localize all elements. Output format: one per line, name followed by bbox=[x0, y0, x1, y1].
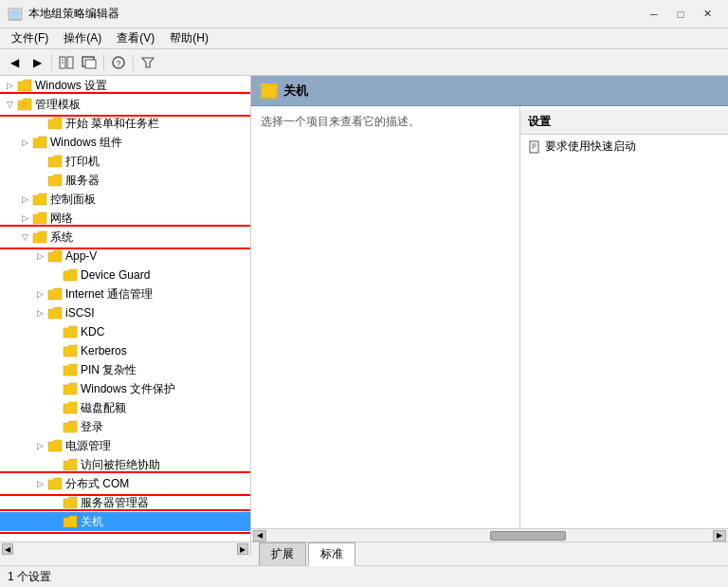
folder-icon-start-menu bbox=[47, 117, 63, 130]
toolbar-sep-1 bbox=[51, 54, 52, 71]
expand-admin-templates[interactable]: ▽ bbox=[2, 97, 17, 112]
minimize-button[interactable]: ─ bbox=[641, 5, 667, 24]
new-window-button[interactable] bbox=[79, 52, 100, 73]
tree-label-windows-settings: Windows 设置 bbox=[35, 78, 107, 94]
right-panel-title: 关机 bbox=[283, 83, 308, 100]
svg-marker-11 bbox=[142, 58, 154, 67]
tree-item-system[interactable]: ▽ 系统 bbox=[0, 228, 250, 247]
folder-icon-windows-settings bbox=[17, 79, 32, 92]
folder-icon-network bbox=[32, 211, 47, 225]
tree-item-network[interactable]: ▷ 网络 bbox=[0, 209, 250, 228]
hscroll-left-btn[interactable]: ◀ bbox=[253, 530, 266, 541]
tree-item-disk-quota[interactable]: 磁盘配额 bbox=[0, 398, 250, 417]
left-hscroll-bar[interactable]: ◀ ▶ bbox=[0, 542, 251, 556]
tree-label-windows-file-protect: Windows 文件保护 bbox=[81, 381, 175, 397]
tree-item-pin-complexity[interactable]: PIN 复杂性 bbox=[0, 360, 250, 379]
tree-item-kerberos[interactable]: Kerberos bbox=[0, 341, 250, 360]
folder-icon-admin-templates bbox=[17, 98, 32, 111]
tree-item-iscsi[interactable]: ▷ iSCSI bbox=[0, 303, 250, 322]
left-hscroll-right-btn[interactable]: ▶ bbox=[237, 543, 248, 555]
hscroll-thumb[interactable] bbox=[490, 531, 566, 541]
window-controls: ─ □ ✕ bbox=[641, 5, 720, 24]
back-button[interactable]: ◀ bbox=[4, 52, 25, 73]
right-header: 关机 bbox=[251, 76, 728, 106]
tree-label-power-mgmt: 电源管理 bbox=[65, 438, 111, 454]
tree-item-device-guard[interactable]: Device Guard bbox=[0, 266, 250, 284]
status-bar: 1 个设置 bbox=[0, 565, 728, 587]
expand-system[interactable]: ▽ bbox=[17, 229, 32, 245]
right-desc-text: 选择一个项目来查看它的描述。 bbox=[261, 115, 420, 128]
tree-label-app-v: App-V bbox=[65, 249, 97, 263]
tree-item-printer[interactable]: 打印机 bbox=[0, 152, 250, 171]
menu-file[interactable]: 文件(F) bbox=[4, 28, 56, 48]
expand-internet-comm[interactable]: ▷ bbox=[32, 286, 47, 302]
toolbar-sep-2 bbox=[103, 54, 104, 71]
expand-app-v[interactable]: ▷ bbox=[32, 248, 47, 264]
tree-item-control-panel[interactable]: ▷ 控制面板 bbox=[0, 190, 250, 209]
tree-item-start-menu[interactable]: 开始 菜单和任务栏 bbox=[0, 114, 250, 133]
tree-item-admin-templates[interactable]: ▽ 管理模板 bbox=[0, 95, 250, 114]
window-title: 本地组策略编辑器 bbox=[28, 6, 119, 22]
forward-button[interactable]: ▶ bbox=[27, 52, 47, 73]
left-hscroll-left-btn[interactable]: ◀ bbox=[2, 543, 13, 555]
show-hide-tree-button[interactable] bbox=[56, 52, 77, 73]
tree-label-server-manager: 服务器管理器 bbox=[81, 495, 149, 511]
tree-item-shutdown[interactable]: 关机 bbox=[0, 512, 250, 531]
folder-icon-logon bbox=[63, 420, 78, 433]
expand-windows-components[interactable]: ▷ bbox=[17, 135, 32, 150]
expand-distributed-com[interactable]: ▷ bbox=[32, 476, 47, 491]
tree-label-shutdown: 关机 bbox=[81, 514, 103, 530]
expand-control-panel[interactable]: ▷ bbox=[17, 192, 32, 207]
tree-item-windows-components[interactable]: ▷ Windows 组件 bbox=[0, 133, 250, 152]
settings-item-fast-boot[interactable]: 要求使用快速启动 bbox=[520, 135, 728, 158]
tree-item-app-v[interactable]: ▷ App-V bbox=[0, 247, 250, 266]
tree-item-server-manager[interactable]: 服务器管理器 bbox=[0, 493, 250, 512]
tree-item-internet-comm[interactable]: ▷ Internet 通信管理 bbox=[0, 284, 250, 303]
tree-pane[interactable]: ▷ Windows 设置 ▽ 管理模板 开始 菜单和任务栏 ▷ bbox=[0, 76, 251, 541]
menu-action[interactable]: 操作(A) bbox=[56, 28, 109, 48]
expand-iscsi[interactable]: ▷ bbox=[32, 305, 47, 321]
title-bar-left: 本地组策略编辑器 bbox=[8, 6, 119, 22]
expand-power-mgmt[interactable]: ▷ bbox=[32, 438, 47, 453]
folder-icon-iscsi bbox=[47, 306, 63, 320]
svg-rect-4 bbox=[67, 57, 73, 68]
folder-icon-kdc bbox=[63, 325, 78, 339]
right-hscroll[interactable]: ◀ ▶ bbox=[251, 528, 728, 541]
toolbar: ◀ ▶ ? bbox=[0, 49, 728, 76]
tree-label-server: 服务器 bbox=[65, 173, 100, 189]
tree-item-power-mgmt[interactable]: ▷ 电源管理 bbox=[0, 436, 250, 455]
tree-label-network: 网络 bbox=[50, 211, 73, 227]
tree-item-windows-file-protect[interactable]: Windows 文件保护 bbox=[0, 379, 250, 398]
maximize-button[interactable]: □ bbox=[667, 5, 694, 24]
tab-standard[interactable]: 标准 bbox=[308, 542, 355, 566]
expand-windows-settings[interactable]: ▷ bbox=[2, 78, 17, 93]
close-button[interactable]: ✕ bbox=[694, 5, 720, 24]
help-button[interactable]: ? bbox=[108, 52, 129, 73]
tree-label-control-panel: 控制面板 bbox=[50, 192, 96, 208]
expand-network[interactable]: ▷ bbox=[17, 211, 32, 226]
tree-item-logon[interactable]: 登录 bbox=[0, 417, 250, 436]
tree-item-windows-settings[interactable]: ▷ Windows 设置 bbox=[0, 76, 250, 95]
folder-icon-app-v bbox=[47, 249, 63, 263]
tree-label-admin-templates: 管理模板 bbox=[35, 97, 81, 113]
menu-view[interactable]: 查看(V) bbox=[109, 28, 162, 48]
tree-item-distributed-com[interactable]: ▷ 分布式 COM bbox=[0, 474, 250, 493]
tree-item-access-denied[interactable]: 访问被拒绝协助 bbox=[0, 455, 250, 474]
right-description: 选择一个项目来查看它的描述。 bbox=[251, 106, 519, 528]
status-text: 1 个设置 bbox=[8, 569, 51, 585]
tab-extended[interactable]: 扩展 bbox=[259, 542, 306, 565]
tab-bar: 扩展 标准 bbox=[251, 542, 728, 565]
tree-label-start-menu: 开始 菜单和任务栏 bbox=[65, 116, 159, 132]
tree-label-disk-quota: 磁盘配额 bbox=[81, 400, 126, 416]
menu-help[interactable]: 帮助(H) bbox=[162, 28, 216, 48]
tree-label-iscsi: iSCSI bbox=[65, 306, 95, 320]
tree-item-server[interactable]: 服务器 bbox=[0, 171, 250, 190]
folder-icon-distributed-com bbox=[47, 477, 63, 490]
hscroll-right-btn[interactable]: ▶ bbox=[713, 530, 726, 541]
menu-bar: 文件(F) 操作(A) 查看(V) 帮助(H) bbox=[0, 28, 728, 49]
title-bar: 本地组策略编辑器 ─ □ ✕ bbox=[0, 0, 728, 28]
svg-rect-2 bbox=[9, 19, 22, 21]
svg-rect-14 bbox=[530, 141, 538, 153]
filter-button[interactable] bbox=[137, 52, 158, 73]
tree-item-kdc[interactable]: KDC bbox=[0, 322, 250, 341]
